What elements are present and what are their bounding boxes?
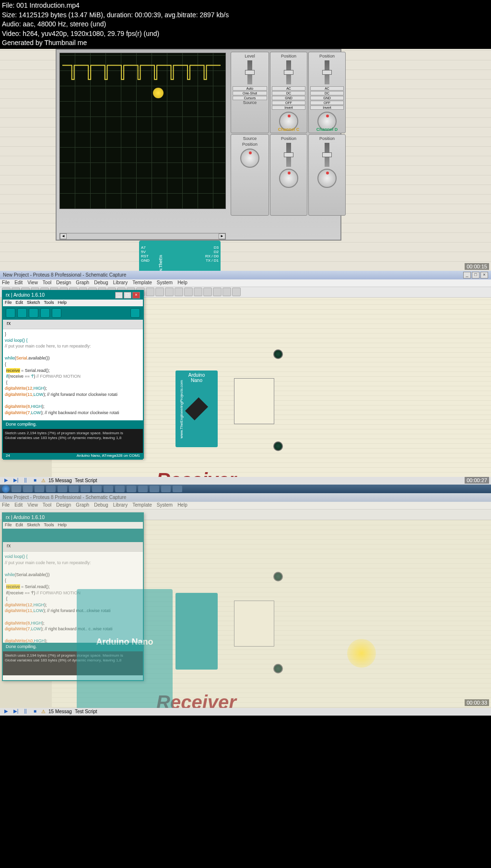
tool-icon[interactable] [194,288,202,296]
ide-menu-help[interactable]: Help [58,300,67,306]
code-editor[interactable]: } void loop() { // put your main code he… [3,329,143,420]
tool-icon[interactable] [222,288,231,296]
oneshot-btn[interactable]: One-Shot [233,91,267,95]
pos-slider[interactable] [325,143,329,167]
timestamp-1: 00:00:15 [465,263,489,270]
cursor-highlight [347,639,376,668]
file-line: File: 001 Introduction.mp4 [2,1,489,11]
pins-right: D3D2 RX / D0TX / D1 [205,245,219,263]
waveform [62,63,223,82]
ide-menu-edit[interactable]: Edit [16,300,23,306]
tool-icon[interactable] [213,288,222,296]
chip-icon [185,397,208,420]
task-icon[interactable] [161,486,171,492]
menu-help[interactable]: Help [177,280,187,286]
pause-icon[interactable]: || [22,708,29,715]
motor-driver-ic[interactable] [234,378,274,424]
close-icon[interactable]: × [132,292,140,299]
menu-graph[interactable]: Graph [76,280,89,286]
menu-file[interactable]: File [2,280,10,286]
ide-menubar: File Edit Sketch Tools Help [3,300,143,306]
generator-line: Generated by Thumbnail me [2,38,489,48]
cursors-btn[interactable]: Cursors [233,96,267,100]
task-icon[interactable] [104,486,113,492]
menu-system[interactable]: System [157,280,173,286]
motor-2[interactable] [273,441,283,451]
tool-icon[interactable] [232,288,241,296]
menu-debug[interactable]: Debug [94,280,108,286]
task-icon[interactable] [127,486,136,492]
timestamp-3: 00:00:33 [465,699,489,706]
pos-slider[interactable] [286,60,291,84]
step-icon[interactable]: ▶| [12,477,19,484]
motor-1[interactable] [273,349,283,359]
arduino-ide-window: rx | Arduino 1.6.10 _□× File Edit Sketch… [2,290,144,459]
menu-edit[interactable]: Edit [14,280,23,286]
tool-icon[interactable] [146,288,154,296]
step-icon[interactable]: ▶| [12,708,19,715]
gain-knob[interactable] [279,169,298,188]
task-icon[interactable] [69,486,79,492]
new-icon[interactable] [29,308,38,318]
task-icon[interactable] [115,486,125,492]
ide-menu-sketch[interactable]: Sketch [27,300,40,306]
gain-knob[interactable] [317,169,337,188]
maximize-icon[interactable]: □ [472,272,479,278]
simulation-controls: ▶ ▶| || ■ ⚠ 15 Messag Test Script [0,477,491,485]
task-icon[interactable] [173,486,182,492]
start-icon[interactable] [2,485,10,493]
stop-icon[interactable]: ■ [32,708,38,715]
upload-icon[interactable] [17,308,27,318]
task-icon[interactable] [138,486,148,492]
play-icon[interactable]: ▶ [3,477,10,484]
ide-tab[interactable]: rx [3,320,143,329]
channel-d-bottom: Position [308,134,346,216]
menu-library[interactable]: Library [113,280,128,286]
explorer-icon[interactable] [23,486,33,492]
ide-menu-tools[interactable]: Tools [44,300,54,306]
task-icon[interactable] [46,486,56,492]
verify-icon[interactable] [6,308,15,318]
cursor-highlight [153,88,164,98]
tool-icon[interactable] [155,288,164,296]
close-icon[interactable]: × [480,272,488,278]
pos-slider[interactable] [286,143,291,167]
ide-menu-file[interactable]: File [5,300,12,306]
open-icon[interactable] [40,308,50,318]
pos-slider[interactable] [325,60,329,84]
task-icon[interactable] [58,486,67,492]
scope-scrollbar[interactable]: ◄ ► [59,233,226,240]
channel-c-bottom: Position [270,134,307,216]
menu-design[interactable]: Design [56,280,71,286]
task-icon[interactable] [35,486,44,492]
pause-icon[interactable]: || [22,477,29,484]
save-icon[interactable] [52,308,61,318]
board-url-text: www.TheEngineeringProjects.com [179,380,184,439]
tool-icon[interactable] [184,288,193,296]
channel-c-top: Position ACDCGNDOFFInvert Channel C [270,52,307,133]
arduino-nano-component[interactable]: www.TheEngineeringProjects.com ArduinoNa… [175,370,218,447]
tool-icon[interactable] [175,288,183,296]
ide-footer: 24 Arduino Nano, ATmega328 on COM1 [3,453,143,460]
minimize-icon[interactable]: _ [463,272,471,278]
timebase-knob[interactable] [240,149,259,168]
ie-icon[interactable] [12,486,21,492]
tool-icon[interactable] [165,288,174,296]
scroll-left-icon[interactable]: ◄ [60,233,67,239]
level-slider[interactable] [247,60,252,84]
message-count[interactable]: 15 Messag [48,478,72,483]
task-icon[interactable] [92,486,102,492]
menu-tool[interactable]: Tool [43,280,51,286]
scroll-right-icon[interactable]: ► [219,233,225,239]
auto-btn[interactable]: Auto [233,86,267,91]
play-icon[interactable]: ▶ [3,708,10,715]
task-icon[interactable] [81,486,90,492]
menu-template[interactable]: Template [132,280,152,286]
menu-view[interactable]: View [27,280,38,286]
thumbnail-3: New Project - Proteus 8 Professional - S… [0,493,491,716]
tool-icon[interactable] [203,288,212,296]
serial-monitor-icon[interactable] [130,308,140,318]
stop-icon[interactable]: ■ [32,477,38,484]
video-line: Video: h264, yuv420p, 1920x1080, 29.79 f… [2,29,489,39]
task-icon[interactable] [150,486,159,492]
